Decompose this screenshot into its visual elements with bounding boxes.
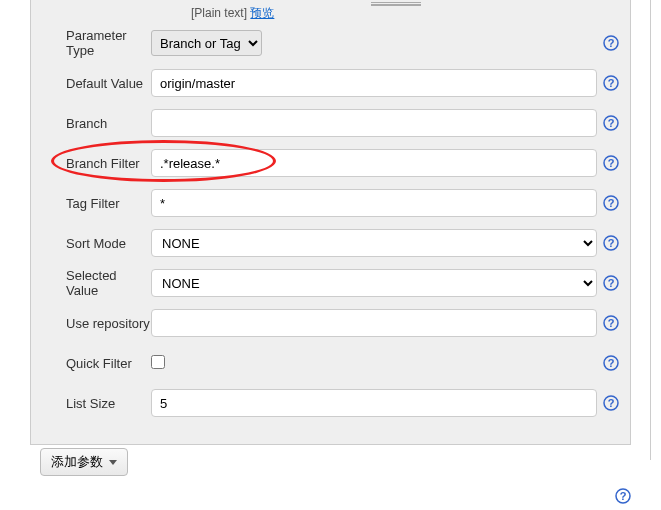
config-panel: [Plain text] 预览 Parameter Type Branch or… <box>30 0 631 445</box>
drag-handle[interactable] <box>371 2 421 6</box>
label-quick-filter: Quick Filter <box>41 356 151 371</box>
help-icon[interactable]: ? <box>602 315 620 331</box>
label-branch: Branch <box>41 116 151 131</box>
row-selected-value: Selected Value NONE ? <box>41 268 620 298</box>
help-icon[interactable]: ? <box>602 395 620 411</box>
svg-text:?: ? <box>608 157 615 169</box>
help-icon[interactable]: ? <box>602 275 620 291</box>
plain-text-label: [Plain text] <box>191 6 247 20</box>
input-branch[interactable] <box>151 109 597 137</box>
row-list-size: List Size ? <box>41 388 620 418</box>
label-tag-filter: Tag Filter <box>41 196 151 211</box>
form-area: [Plain text] 预览 Parameter Type Branch or… <box>31 0 630 438</box>
select-sort-mode[interactable]: NONE <box>151 229 597 257</box>
svg-text:?: ? <box>608 277 615 289</box>
svg-text:?: ? <box>608 117 615 129</box>
label-branch-filter: Branch Filter <box>41 156 151 171</box>
svg-text:?: ? <box>608 37 615 49</box>
input-tag-filter[interactable] <box>151 189 597 217</box>
svg-text:?: ? <box>608 317 615 329</box>
add-parameter-label: 添加参数 <box>51 453 103 471</box>
svg-text:?: ? <box>608 77 615 89</box>
label-sort-mode: Sort Mode <box>41 236 151 251</box>
label-parameter-type: Parameter Type <box>41 28 151 58</box>
input-use-repository[interactable] <box>151 309 597 337</box>
row-default-value: Default Value ? <box>41 68 620 98</box>
input-branch-filter[interactable] <box>151 149 597 177</box>
select-selected-value[interactable]: NONE <box>151 269 597 297</box>
select-parameter-type[interactable]: Branch or Tag <box>151 30 262 56</box>
help-icon[interactable]: ? <box>602 355 620 371</box>
row-branch: Branch ? <box>41 108 620 138</box>
row-sort-mode: Sort Mode NONE ? <box>41 228 620 258</box>
chevron-down-icon <box>109 460 117 465</box>
svg-text:?: ? <box>608 357 615 369</box>
row-use-repository: Use repository ? <box>41 308 620 338</box>
preview-link[interactable]: 预览 <box>250 6 274 20</box>
help-icon[interactable]: ? <box>602 35 620 51</box>
checkbox-quick-filter[interactable] <box>151 355 165 369</box>
row-tag-filter: Tag Filter ? <box>41 188 620 218</box>
input-default-value[interactable] <box>151 69 597 97</box>
svg-text:?: ? <box>608 197 615 209</box>
label-selected-value: Selected Value <box>41 268 151 298</box>
label-default-value: Default Value <box>41 76 151 91</box>
description-plain-text-row: [Plain text] 预览 <box>191 5 620 22</box>
input-list-size[interactable] <box>151 389 597 417</box>
svg-text:?: ? <box>608 237 615 249</box>
label-use-repository: Use repository <box>41 316 151 331</box>
help-icon[interactable]: ? <box>602 155 620 171</box>
help-icon[interactable]: ? <box>602 75 620 91</box>
help-icon[interactable]: ? <box>602 195 620 211</box>
row-quick-filter: Quick Filter ? <box>41 348 620 378</box>
outer-right-border <box>650 0 651 460</box>
row-parameter-type: Parameter Type Branch or Tag ? <box>41 28 620 58</box>
label-list-size: List Size <box>41 396 151 411</box>
add-parameter-button[interactable]: 添加参数 <box>40 448 128 476</box>
help-icon[interactable]: ? <box>602 115 620 131</box>
row-branch-filter: Branch Filter ? <box>41 148 620 178</box>
svg-text:?: ? <box>608 397 615 409</box>
svg-text:?: ? <box>620 490 627 502</box>
help-icon[interactable]: ? <box>602 235 620 251</box>
help-icon[interactable]: ? <box>615 488 631 504</box>
